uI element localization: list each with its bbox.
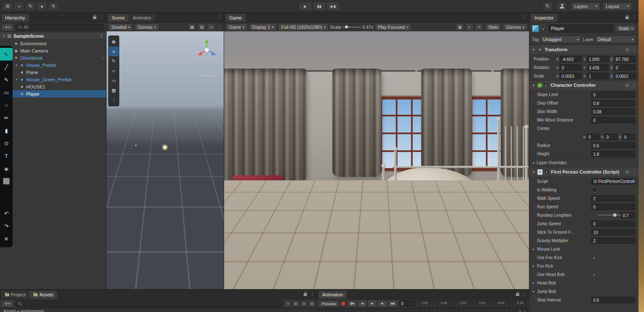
hierarchy-item[interactable]: HOUSE1 <box>0 83 106 90</box>
lock-icon[interactable] <box>304 293 307 296</box>
hierarchy-item[interactable]: Environment <box>0 40 106 47</box>
gameobject-name-field[interactable]: Player <box>548 25 614 33</box>
x-field[interactable]: 0 <box>587 134 600 140</box>
hierarchy-search-input[interactable]: All <box>15 24 104 31</box>
play-button[interactable]: ▶ <box>299 2 312 11</box>
annotation-tool-button[interactable]: ╱ <box>0 61 13 73</box>
hierarchy-item[interactable]: ▸ House_Green_Prefab <box>0 76 106 83</box>
inspector-field-row[interactable]: ▸ Jump Speed 0 <box>529 219 639 228</box>
presets-icon[interactable]: ⊙ <box>625 83 629 88</box>
presets-icon[interactable]: ⊙ <box>625 169 629 175</box>
static-dropdown[interactable]: Static ▾ <box>616 25 636 32</box>
foldout-arrow[interactable]: ▾ <box>532 48 536 52</box>
component-enabled-checkbox[interactable] <box>544 169 549 174</box>
scene-toolbar-toggle[interactable]: ▤ <box>197 23 206 31</box>
row-chevron-icon[interactable]: ⋮ <box>99 33 104 38</box>
x-field[interactable]: 0 <box>560 64 582 71</box>
dopesheet-strip[interactable]: ≡ ~ <box>317 308 529 312</box>
step-button[interactable]: ▶▮ <box>326 2 340 11</box>
inspector-field-row[interactable]: ▸ X 0 Y 0 Z 0 <box>529 133 639 141</box>
lock-icon[interactable] <box>516 293 519 296</box>
field-checkbox[interactable] <box>592 272 597 277</box>
slider-thumb[interactable] <box>613 213 617 217</box>
inspector-field-row[interactable]: ▸ Skin Width X Y Z 0.08 <box>529 107 639 116</box>
pause-button[interactable]: ▮▮ <box>312 2 326 11</box>
inspector-field-row[interactable]: ▸ Gravity Multiplier 2 <box>529 236 639 245</box>
foldout-arrow[interactable]: ▾ <box>2 34 6 38</box>
value-field[interactable]: 0.7 <box>621 212 635 218</box>
layout-dropdown[interactable]: Layout ▾ <box>603 3 632 10</box>
panel-menu-icon[interactable]: ⋮ <box>99 14 104 20</box>
inspector-field-row[interactable]: ▸ Fov Kick <box>529 262 639 270</box>
annotation-tool-button[interactable]: ▮ <box>0 124 13 137</box>
game-toolbar-toggle[interactable]: ◐ <box>465 23 474 31</box>
hierarchy-item[interactable]: ▾ Directional › <box>0 54 106 61</box>
inspector-field-row[interactable]: ▸ Runstep Lenghten 0.7 <box>529 211 639 219</box>
component-menu-icon[interactable]: ⋮ <box>632 169 636 175</box>
foldout-arrow[interactable]: ▾ <box>532 170 536 174</box>
field-checkbox[interactable] <box>592 187 597 192</box>
active-checkbox[interactable] <box>541 26 546 31</box>
inspector-field-row[interactable]: ▸ Use Head Bob <box>529 270 639 279</box>
layers-dropdown[interactable]: Layers ▾ <box>571 3 600 10</box>
toolbar-icon-button[interactable]: ⊞ <box>3 2 13 11</box>
panel-menu-icon[interactable]: ⋮ <box>310 291 315 297</box>
annotation-tool-button[interactable]: ✕ <box>0 232 13 245</box>
value-field[interactable]: 0 <box>591 117 635 123</box>
value-field[interactable]: 0 <box>591 91 635 98</box>
x-field[interactable]: -4.602 <box>560 56 582 62</box>
scene-tool-button[interactable]: ▭ <box>109 76 119 86</box>
z-field[interactable]: 0.0001 <box>614 73 636 79</box>
inspector-field-row[interactable]: ▸ Jump Bob <box>529 287 639 295</box>
game-view-mode-dropdown[interactable]: Game ▾ <box>226 23 247 31</box>
foldout-arrow[interactable]: ▸ <box>14 77 19 81</box>
annotation-tool-button[interactable]: ↖ <box>0 48 13 61</box>
slider-track[interactable] <box>598 215 621 215</box>
create-button[interactable]: + ▾ <box>2 24 14 31</box>
account-button[interactable] <box>557 2 567 11</box>
toolbar-icon-button[interactable]: ↯ <box>48 2 58 11</box>
inspector-field-row[interactable]: ▸ Height X Y Z 1.8 <box>529 149 639 158</box>
transport-button[interactable]: ◀ <box>357 300 367 307</box>
hierarchy-item[interactable]: Player <box>0 90 106 97</box>
y-field[interactable]: 0 <box>605 134 617 140</box>
annotation-tool-button[interactable]: ↷ <box>0 220 13 232</box>
field-checkbox[interactable] <box>592 255 597 260</box>
preview-toggle[interactable]: Preview <box>319 301 339 307</box>
project-toolbar-icon[interactable]: ◑ <box>301 301 307 307</box>
project-toolbar-icon[interactable]: ◔ <box>285 301 291 307</box>
inspector-field-row[interactable]: ▸ Mouse Look <box>529 245 639 253</box>
value-field[interactable]: 0.8 <box>591 100 635 106</box>
hierarchy-item[interactable]: Main Camera <box>0 47 106 54</box>
component-menu-icon[interactable]: ⋮ <box>632 47 636 52</box>
project-toolbar-icon[interactable]: ⊘ <box>309 301 315 307</box>
undo-history-button[interactable]: ↻ <box>543 2 553 11</box>
hierarchy-item[interactable]: Plane <box>0 69 106 76</box>
projection-label[interactable]: < Persp <box>200 74 214 78</box>
curves-icon[interactable]: ~ <box>523 309 526 312</box>
inspector-field-row[interactable]: ▸ Script FirstPersonController <box>529 177 639 185</box>
lock-icon[interactable] <box>625 17 629 19</box>
panel-menu-icon[interactable]: ⋮ <box>522 291 527 297</box>
tab-hierarchy[interactable]: Hierarchy <box>1 14 29 22</box>
scene-tool-button[interactable]: ⋮ <box>109 95 119 105</box>
scene-toolbar-toggle[interactable]: ▦ <box>188 23 196 31</box>
value-field[interactable]: FirstPersonController <box>591 178 635 185</box>
inspector-field-row[interactable]: ▸ Radius X Y Z 0.5 <box>529 141 639 149</box>
scene-tool-button[interactable]: ↻ <box>109 56 119 66</box>
annotation-tool-button[interactable] <box>0 175 13 188</box>
stats-button[interactable]: Stats <box>485 23 501 31</box>
draw-mode-dropdown[interactable]: Shaded ▾ <box>108 23 133 31</box>
scene-toolbar-menu-icon[interactable]: ⋮ <box>217 25 222 30</box>
value-field[interactable]: 2 <box>591 237 635 244</box>
value-field[interactable]: 0 <box>591 204 635 210</box>
panel-menu-icon[interactable]: ⋮ <box>632 14 636 20</box>
display-dropdown[interactable]: Display 1 ▾ <box>249 23 277 31</box>
breadcrumb[interactable]: Assets ▸ environment <box>0 308 317 312</box>
transform-component-header[interactable]: ▾ Transform ⊙ ⋮ <box>529 44 639 55</box>
annotation-tool-button[interactable]: T <box>0 149 13 162</box>
inspector-field-row[interactable]: ▸ Is Walking <box>529 185 639 194</box>
project-toolbar-icon[interactable]: ● <box>293 301 299 307</box>
tab-animator[interactable]: Animator <box>129 14 155 22</box>
y-field[interactable]: 1 <box>587 73 609 79</box>
